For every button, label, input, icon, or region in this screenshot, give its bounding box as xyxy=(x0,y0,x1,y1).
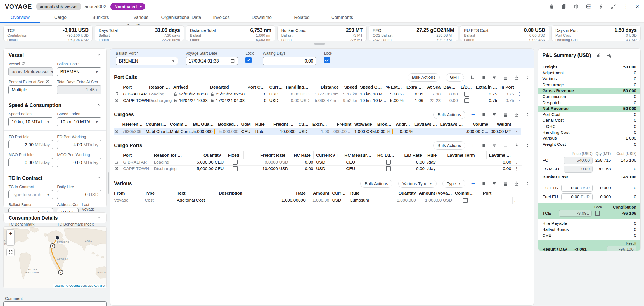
row-menu-icon[interactable]: ⋮ xyxy=(517,91,524,98)
columns-icon[interactable] xyxy=(481,143,486,148)
download-icon[interactable] xyxy=(514,75,519,80)
col-header[interactable]: Extra in Port xyxy=(476,83,500,91)
row-menu-icon[interactable]: ⋮ xyxy=(514,128,521,135)
zoom-in-button[interactable]: + xyxy=(7,230,14,238)
tce-lock-checkbox[interactable] xyxy=(595,211,600,216)
add-cargo-port-icon[interactable]: + xyxy=(471,142,475,149)
row-menu-icon[interactable]: ⋮ xyxy=(512,197,520,204)
col-header[interactable]: Amount xyxy=(308,189,332,197)
hc-lumpsum-checkbox[interactable] xyxy=(386,166,391,171)
various-type-dropdown[interactable]: Various Type▼ xyxy=(398,180,437,188)
tc-in-contract-select[interactable]: Type to search.▼ xyxy=(8,190,53,199)
tab-comments[interactable]: Comments xyxy=(322,13,362,22)
carto-link[interactable]: © CARTO xyxy=(91,284,105,287)
add-cargo-icon[interactable]: + xyxy=(471,111,475,118)
col-header[interactable]: Freight Rate xyxy=(246,151,288,159)
port-marker-1[interactable]: 1 xyxy=(50,244,55,248)
copy-icon[interactable] xyxy=(561,4,567,9)
gmt-button[interactable]: GMT xyxy=(446,73,464,82)
row-density-icon[interactable] xyxy=(503,181,508,186)
col-header[interactable]: Fixed xyxy=(227,151,244,159)
col-header[interactable]: UoM xyxy=(241,120,255,128)
tab-organisational-data[interactable]: Organisational Data xyxy=(161,13,201,22)
col-header-currency[interactable]: Currency↑ xyxy=(316,151,341,159)
col-header[interactable]: Laydays Commence xyxy=(414,120,440,128)
download-icon[interactable] xyxy=(514,143,519,148)
filter-icon[interactable] xyxy=(492,143,497,148)
route-start-marker[interactable] xyxy=(56,236,59,240)
delete-icon[interactable] xyxy=(549,4,554,9)
collapse-chevron-up-icon[interactable] xyxy=(97,52,101,58)
open-row-icon[interactable] xyxy=(114,91,123,98)
open-row-icon[interactable] xyxy=(114,97,123,104)
pnl-analytics-icon[interactable] xyxy=(606,53,612,58)
type-dropdown[interactable]: Type▼ xyxy=(442,180,465,188)
sort-icon[interactable] xyxy=(470,75,475,80)
col-header[interactable]: Days L/D xyxy=(443,83,461,91)
percent-extra-input[interactable]: Multiple xyxy=(8,85,53,94)
col-header[interactable]: Handling C... xyxy=(286,83,312,91)
col-header[interactable]: Port xyxy=(479,189,512,197)
port-marker-2[interactable]: 2 xyxy=(58,270,63,274)
collapse-section-icon[interactable] xyxy=(525,143,530,148)
fo-port-idle-input[interactable]: 2.00MT/day xyxy=(8,140,53,149)
col-header[interactable]: Rule xyxy=(350,189,389,197)
col-header[interactable]: % Extra At ... xyxy=(386,83,406,91)
col-header[interactable]: Departed xyxy=(210,83,248,91)
bulk-actions-button[interactable]: Bulk Actions xyxy=(433,141,465,149)
filter-icon[interactable] xyxy=(492,75,497,80)
open-vessel-icon[interactable] xyxy=(21,62,25,66)
col-header[interactable]: Broker C. xyxy=(377,120,396,128)
filter-icon[interactable] xyxy=(492,181,497,186)
col-header[interactable]: Text xyxy=(177,189,219,197)
close-icon[interactable]: × xyxy=(636,3,639,10)
fuel-eu-input[interactable]: 0.00EUR xyxy=(561,193,593,200)
collapse-chevron-up-icon[interactable] xyxy=(97,175,101,181)
bulk-actions-button[interactable]: Bulk Actions xyxy=(360,180,392,188)
collapse-chevron-down-icon[interactable] xyxy=(97,215,101,221)
download-icon[interactable] xyxy=(514,112,519,117)
add-various-icon[interactable]: + xyxy=(471,180,475,187)
col-header[interactable]: Freight Rate xyxy=(273,120,299,128)
col-header[interactable]: Rate xyxy=(266,189,308,197)
start-date-lock-checkbox[interactable] xyxy=(245,57,252,63)
col-header[interactable]: Currency xyxy=(299,120,312,128)
fo-port-working-input[interactable]: 4.00MT/day xyxy=(57,140,101,149)
fixed-checkbox[interactable] xyxy=(233,166,238,171)
speed-laden-select[interactable]: 10 kn, 10 MT/d▼ xyxy=(57,117,101,126)
ballast-port-select[interactable]: BREMEN▼ xyxy=(57,67,101,76)
col-header[interactable]: Reason for Call xyxy=(154,151,185,159)
col-header[interactable]: L/D Fixed xyxy=(461,83,476,91)
tab-invoices[interactable]: Invoices xyxy=(201,13,242,22)
col-header[interactable]: Counterpart xyxy=(146,120,170,128)
compare-icon[interactable] xyxy=(574,4,579,9)
vessel-select[interactable]: acocafzkbk-vessel▼ xyxy=(8,67,53,76)
waiting-days-lock-checkbox[interactable] xyxy=(324,57,330,63)
col-header[interactable]: HC Measurement xyxy=(341,151,375,159)
download-icon[interactable] xyxy=(514,181,519,186)
col-header[interactable]: Exchange ... xyxy=(312,120,332,128)
col-header[interactable]: Speed Order xyxy=(360,83,386,91)
col-header[interactable]: In Port xyxy=(500,83,517,91)
ballast-port-select[interactable]: BREMEN▼ xyxy=(116,57,178,65)
row-menu-icon[interactable]: ⋮ xyxy=(514,159,521,166)
open-row-icon[interactable] xyxy=(114,166,123,172)
row-density-icon[interactable] xyxy=(503,75,508,80)
speed-ballast-select[interactable]: 10 kn, 10 MT/d▼ xyxy=(8,117,53,126)
col-header[interactable]: Port xyxy=(123,83,149,91)
more-options-icon[interactable]: ⋮ xyxy=(623,3,628,10)
collapse-section-icon[interactable] xyxy=(525,181,530,186)
tab-bunkers[interactable]: Bunkers xyxy=(80,13,121,22)
zoom-out-button[interactable]: − xyxy=(7,238,14,245)
col-header[interactable]: Quantity xyxy=(389,189,419,197)
open-row-icon[interactable] xyxy=(114,159,123,166)
col-header[interactable]: Speed xyxy=(342,83,360,91)
col-header[interactable]: L/D Rate xyxy=(402,151,425,159)
columns-icon[interactable] xyxy=(481,112,486,117)
collapse-section-icon[interactable] xyxy=(525,75,530,80)
col-header[interactable]: Port Cost xyxy=(248,83,269,91)
col-header[interactable]: Type xyxy=(145,189,177,197)
col-header[interactable]: HC Rate xyxy=(291,151,314,159)
col-header[interactable]: Currency xyxy=(332,189,350,197)
leaflet-link[interactable]: Leaflet xyxy=(55,284,64,287)
